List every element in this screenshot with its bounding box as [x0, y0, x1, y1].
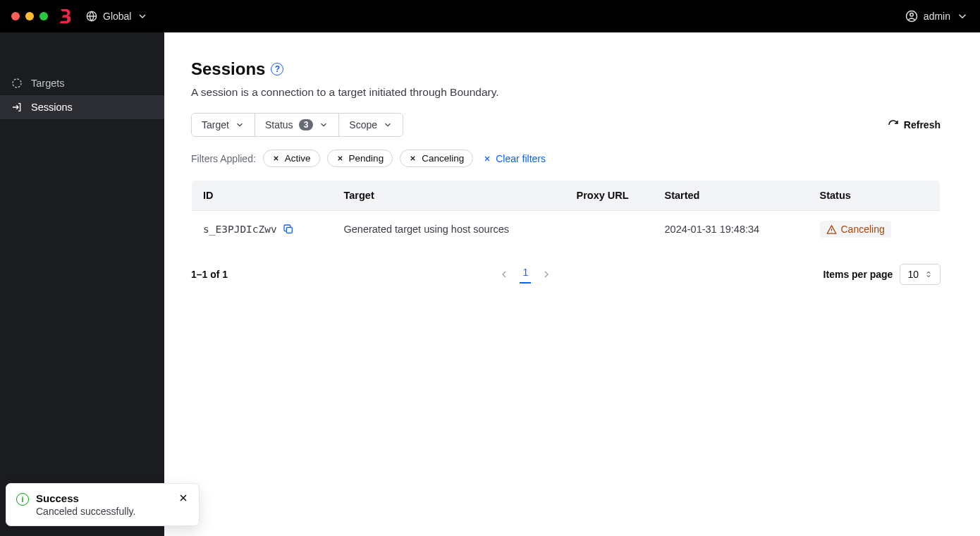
target-cell: Generated target using host sources — [333, 211, 565, 248]
refresh-button[interactable]: Refresh — [888, 115, 941, 135]
chevron-down-icon — [956, 10, 969, 23]
scope-selector[interactable]: Global — [86, 11, 148, 22]
proxy-cell — [565, 211, 654, 248]
filter-label: Status — [265, 119, 293, 130]
next-page-button[interactable] — [541, 269, 552, 280]
status-text: Canceling — [841, 224, 885, 235]
chip-label: Canceling — [422, 153, 464, 164]
current-page-number[interactable]: 1 — [520, 265, 531, 284]
user-menu[interactable]: admin — [905, 10, 969, 23]
refresh-label: Refresh — [904, 119, 941, 130]
chevron-down-icon — [383, 120, 393, 130]
page-description: A session is a connection to a target in… — [191, 86, 941, 99]
sidebar-item-label: Targets — [31, 78, 65, 89]
user-label: admin — [924, 11, 950, 22]
filter-chip-pending[interactable]: Pending — [327, 150, 393, 167]
sidebar-item-sessions[interactable]: Sessions — [0, 95, 164, 119]
per-page-select[interactable]: 10 — [900, 264, 941, 285]
col-started: Started — [654, 181, 809, 211]
x-icon — [336, 154, 344, 162]
svg-rect-4 — [286, 227, 292, 233]
status-badge: Canceling — [820, 221, 891, 238]
clear-filters-button[interactable]: Clear filters — [483, 153, 546, 164]
filter-label: Scope — [349, 119, 377, 130]
filter-count-badge: 3 — [299, 119, 314, 130]
refresh-icon — [888, 119, 899, 130]
scope-label: Global — [103, 11, 131, 22]
sidebar-item-targets[interactable]: Targets — [0, 71, 164, 95]
page-title: Sessions — [191, 59, 265, 79]
crosshair-icon — [11, 78, 23, 89]
alert-triangle-icon — [826, 224, 837, 235]
x-icon — [409, 154, 417, 162]
copy-icon[interactable] — [283, 224, 294, 235]
user-icon — [905, 10, 918, 23]
chip-label: Pending — [349, 153, 384, 164]
per-page-value: 10 — [907, 269, 919, 280]
filter-scope-button[interactable]: Scope — [339, 114, 403, 136]
x-icon — [272, 154, 280, 162]
titlebar: Global admin — [0, 0, 980, 32]
toast-message: Canceled successfully. — [36, 506, 171, 517]
col-target: Target — [333, 181, 565, 211]
svg-point-3 — [13, 79, 21, 87]
table-header-row: ID Target Proxy URL Started Status — [192, 181, 941, 211]
chevron-down-icon — [235, 120, 245, 130]
window-controls — [11, 12, 48, 20]
svg-point-2 — [910, 13, 914, 17]
col-status: Status — [809, 181, 941, 211]
info-icon: i — [16, 493, 29, 506]
filter-chip-active[interactable]: Active — [263, 150, 320, 167]
filter-label: Target — [202, 119, 229, 130]
boundary-logo-icon — [58, 7, 72, 25]
per-page-label: Items per page — [823, 269, 893, 280]
session-id: s_E3PJDIcZwv — [203, 224, 277, 235]
toast-title: Success — [36, 492, 171, 504]
chevron-down-icon — [319, 120, 329, 130]
sidebar: Targets Sessions — [0, 32, 164, 536]
session-id-cell: s_E3PJDIcZwv — [203, 224, 321, 235]
started-cell: 2024-01-31 19:48:34 — [654, 211, 809, 248]
close-window-icon[interactable] — [11, 12, 20, 20]
x-icon — [483, 154, 491, 163]
login-icon — [11, 102, 23, 113]
clear-filters-label: Clear filters — [496, 153, 546, 164]
toast-close-button[interactable] — [178, 492, 189, 504]
filter-target-button[interactable]: Target — [192, 114, 255, 136]
chevron-down-icon — [137, 11, 148, 22]
chip-label: Active — [285, 153, 311, 164]
help-icon[interactable]: ? — [271, 63, 283, 75]
sidebar-item-label: Sessions — [31, 102, 73, 113]
minimize-window-icon[interactable] — [25, 12, 34, 20]
select-arrows-icon — [924, 270, 933, 279]
main-content: Sessions ? A session is a connection to … — [164, 32, 980, 536]
filter-group: Target Status 3 Scope — [191, 113, 403, 137]
col-id: ID — [192, 181, 333, 211]
globe-icon — [86, 11, 97, 22]
filters-applied-label: Filters Applied: — [191, 153, 256, 164]
page-nav: 1 — [498, 265, 552, 284]
table-row[interactable]: s_E3PJDIcZwv Generated target using host… — [192, 211, 941, 248]
filter-status-button[interactable]: Status 3 — [255, 114, 339, 136]
prev-page-button[interactable] — [498, 269, 510, 280]
maximize-window-icon[interactable] — [39, 12, 48, 20]
success-toast: i Success Canceled successfully. — [6, 483, 200, 526]
pagination-summary: 1–1 of 1 — [191, 269, 228, 280]
col-proxy: Proxy URL — [565, 181, 654, 211]
filter-chip-canceling[interactable]: Canceling — [400, 150, 473, 167]
sessions-table: ID Target Proxy URL Started Status s_E3P… — [191, 180, 941, 248]
